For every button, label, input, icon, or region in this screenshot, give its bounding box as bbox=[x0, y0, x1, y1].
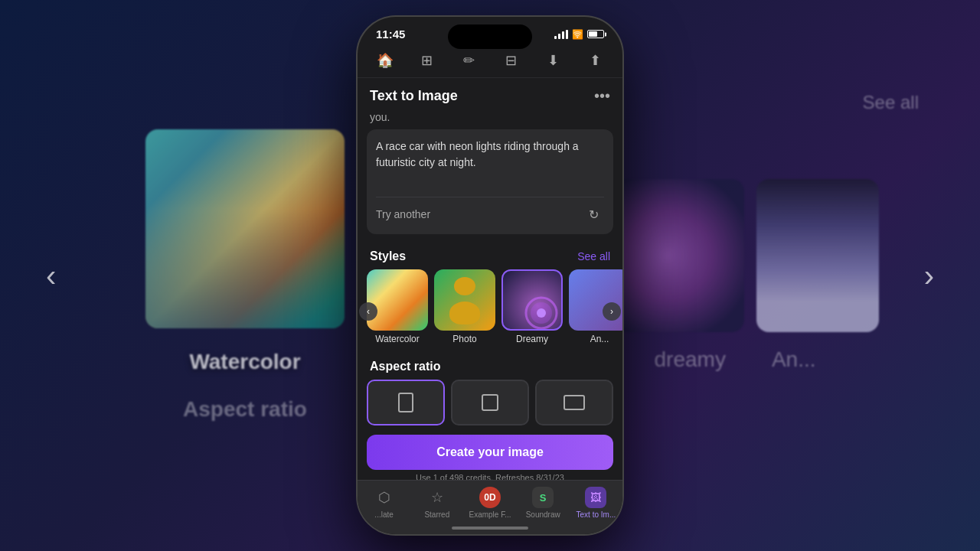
dynamic-island bbox=[448, 24, 532, 49]
battery-icon bbox=[587, 30, 604, 38]
tab-starred[interactable]: ☆ Starred bbox=[410, 487, 463, 519]
prompt-text[interactable]: A race car with neon lights riding throu… bbox=[376, 139, 604, 184]
tab-starred-icon: ☆ bbox=[426, 487, 448, 508]
tab-text-to-image-label: Text to Im... bbox=[577, 510, 616, 519]
tab-template[interactable]: ⬡ ...late bbox=[358, 487, 410, 519]
style-item-photo[interactable]: Photo bbox=[434, 269, 495, 344]
bg-right-images bbox=[591, 179, 879, 332]
bg-aspect-label: Aspect ratio bbox=[183, 397, 307, 422]
try-another-text[interactable]: Try another bbox=[376, 208, 430, 220]
styles-title: Styles bbox=[370, 249, 406, 263]
style-label-photo: Photo bbox=[452, 334, 476, 344]
more-options-button[interactable]: ••• bbox=[594, 87, 610, 105]
style-label-anime: An... bbox=[590, 334, 609, 344]
refresh-icon[interactable]: ↻ bbox=[583, 204, 604, 225]
aspect-option-landscape[interactable] bbox=[535, 380, 613, 425]
aspect-option-square[interactable] bbox=[451, 380, 529, 425]
context-text: you. bbox=[358, 111, 622, 129]
tab-text-to-image[interactable]: 🖼 Text to Im... bbox=[570, 487, 622, 519]
aspect-title: Aspect ratio bbox=[370, 360, 440, 373]
status-time: 11:45 bbox=[376, 28, 405, 41]
aspect-section-header: Aspect ratio bbox=[358, 354, 622, 380]
styles-carousel: ‹ Watercolor Photo bbox=[358, 269, 622, 354]
phone-screen: 11:45 🛜 🏠 ⊞ bbox=[358, 17, 622, 534]
phone-device: 11:45 🛜 🏠 ⊞ bbox=[356, 15, 624, 536]
home-indicator bbox=[452, 527, 528, 530]
aspect-options-container bbox=[358, 380, 622, 435]
styles-section-header: Styles See all bbox=[358, 243, 622, 269]
main-content: Text to Image ••• you. A race car with n… bbox=[358, 78, 622, 480]
style-thumb-photo bbox=[434, 269, 495, 331]
tab-text-to-image-icon: 🖼 bbox=[585, 487, 606, 508]
bg-watercolor-label: Watercolor bbox=[189, 350, 300, 374]
bg-chevron-right-icon[interactable]: › bbox=[924, 259, 934, 293]
bg-an-label: An... bbox=[772, 347, 816, 372]
styles-scroll: Watercolor Photo bbox=[358, 269, 622, 354]
tab-soundraw-label: Soundraw bbox=[526, 510, 560, 519]
style-thumb-anime bbox=[569, 269, 622, 331]
tab-example[interactable]: 0D Example F... bbox=[463, 487, 516, 519]
carousel-right-icon[interactable]: › bbox=[603, 302, 621, 321]
nav-home-icon[interactable]: 🏠 bbox=[373, 48, 397, 73]
nav-browse-icon[interactable]: ⊞ bbox=[415, 48, 439, 73]
style-label-watercolor: Watercolor bbox=[375, 334, 420, 344]
credits-text: Use 1 of 498 credits. Refreshes 8/31/23 bbox=[358, 473, 622, 480]
nav-download-icon[interactable]: ⬇ bbox=[541, 48, 566, 73]
bg-chevron-left-icon[interactable]: ‹ bbox=[46, 259, 56, 293]
status-right-icons: 🛜 bbox=[554, 29, 604, 40]
tab-example-icon: 0D bbox=[479, 487, 501, 508]
create-image-button[interactable]: Create your image bbox=[367, 435, 613, 470]
phone-shell: 11:45 🛜 🏠 ⊞ bbox=[356, 15, 624, 536]
style-item-dreamy[interactable]: Dreamy bbox=[501, 269, 563, 344]
aspect-landscape-icon bbox=[564, 395, 585, 410]
tab-template-icon: ⬡ bbox=[374, 487, 395, 508]
style-thumb-dreamy bbox=[501, 269, 563, 331]
nav-create-icon[interactable]: ✏ bbox=[457, 48, 482, 73]
bg-dreamy-label: dreamy bbox=[655, 347, 726, 372]
aspect-portrait-icon bbox=[398, 393, 413, 412]
style-label-dreamy: Dreamy bbox=[516, 334, 548, 344]
bg-see-all: See all bbox=[863, 92, 919, 113]
tab-starred-label: Starred bbox=[424, 510, 449, 519]
tab-template-label: ...late bbox=[374, 510, 393, 519]
wifi-icon: 🛜 bbox=[572, 29, 583, 40]
aspect-option-portrait[interactable] bbox=[367, 380, 445, 425]
styles-see-all-button[interactable]: See all bbox=[577, 250, 610, 262]
bg-right-labels: dreamy An... bbox=[655, 347, 816, 372]
page-title: Text to Image bbox=[370, 88, 458, 104]
aspect-square-icon bbox=[482, 394, 498, 411]
tab-soundraw[interactable]: S Soundraw bbox=[517, 487, 570, 519]
signal-icon bbox=[554, 30, 568, 39]
prompt-card: A race car with neon lights riding throu… bbox=[367, 129, 613, 234]
prompt-footer: Try another ↻ bbox=[376, 197, 604, 225]
nav-share-icon[interactable]: ⬆ bbox=[583, 48, 608, 73]
bg-watercolor-image bbox=[145, 129, 345, 328]
aspect-options bbox=[367, 380, 613, 425]
bg-anime-image bbox=[756, 179, 879, 332]
carousel-left-icon[interactable]: ‹ bbox=[359, 302, 377, 321]
style-thumb-watercolor bbox=[367, 269, 428, 331]
svg-point-2 bbox=[537, 308, 546, 318]
nav-grid-icon[interactable]: ⊟ bbox=[499, 48, 524, 73]
tab-example-label: Example F... bbox=[469, 510, 511, 519]
page-header: Text to Image ••• bbox=[358, 78, 622, 111]
tab-soundraw-icon: S bbox=[532, 487, 554, 508]
